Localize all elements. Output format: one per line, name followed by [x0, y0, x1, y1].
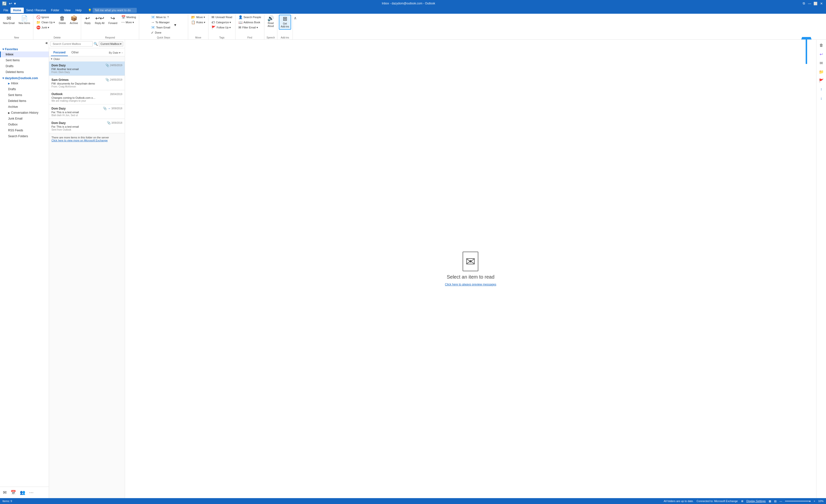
email-item-2[interactable]: Sam Grimes 📎 24/05/2019 FW: documents fo…: [49, 76, 125, 90]
reply-all-button[interactable]: ↩↩ Reply All: [93, 15, 106, 26]
maximize-button[interactable]: ⬜: [813, 1, 818, 6]
quicksteps-expand-button[interactable]: ▾: [173, 22, 178, 28]
sidebar-collapse-button[interactable]: ◀: [0, 40, 49, 46]
filter-email-button[interactable]: ✉ Filter Email ▾: [237, 25, 263, 30]
sidebar-item-inbox-fav[interactable]: Inbox: [0, 52, 49, 57]
email-item-1[interactable]: Dom Dazy 📎 24/05/2019 FW: Another test e…: [49, 62, 125, 76]
rt-flag-button[interactable]: 🚩: [818, 77, 825, 84]
read-aloud-button[interactable]: 🔊 ReadAloud: [266, 15, 276, 29]
done-button[interactable]: ✓ Done: [150, 30, 172, 35]
follow-up-button[interactable]: 🚩 Follow Up ▾: [210, 25, 234, 30]
reading-pane-empty: ✉ Select an item to read Click here to a…: [445, 252, 496, 286]
zoom-slider[interactable]: ━━━━━━━━━━━━━━●: [785, 500, 811, 503]
email-item-4[interactable]: Dom Dazy 📎 → 3/09/2018 Fw: This is a tes…: [49, 105, 125, 119]
calendar-nav-button[interactable]: 📅: [10, 489, 17, 496]
ribbon-group-addins-label: Add-ins: [277, 36, 293, 39]
more-nav-button[interactable]: ⋯: [28, 489, 35, 496]
search-people-button[interactable]: 👤 Search People: [237, 15, 263, 19]
sidebar-item-deleted[interactable]: Deleted Items: [0, 98, 49, 104]
menu-file[interactable]: File: [1, 8, 10, 13]
view-layout-1[interactable]: ▦: [769, 500, 771, 503]
window-layout-button[interactable]: ⧉: [801, 1, 807, 6]
address-book-button[interactable]: 📖 Address Book: [237, 20, 263, 25]
rt-up-button[interactable]: ↑: [818, 86, 825, 93]
sidebar-item-sent-fav[interactable]: Sent Items: [0, 57, 49, 63]
sidebar-item-drafts-fav[interactable]: Drafts: [0, 63, 49, 69]
sidebar-item-drafts[interactable]: Drafts: [0, 86, 49, 92]
tab-other[interactable]: Other: [69, 49, 81, 56]
ignore-button[interactable]: 🚫 Ignore: [35, 15, 56, 19]
rt-down-button[interactable]: ↓: [818, 94, 825, 102]
team-email-button[interactable]: 📧 Team Email: [150, 25, 172, 30]
rt-delete-button[interactable]: 🗑: [818, 42, 825, 49]
menu-help[interactable]: Help: [73, 8, 84, 13]
zoom-in-icon[interactable]: +: [814, 500, 815, 503]
view-layout-2[interactable]: ▤: [774, 500, 776, 503]
undo-icon[interactable]: ↩: [9, 1, 12, 6]
rt-folder-button[interactable]: 📁: [818, 68, 825, 75]
clean-up-button[interactable]: 📁 Clean Up ▾: [35, 20, 56, 25]
junk-button[interactable]: ⛔ Junk ▾: [35, 25, 56, 30]
forward-button[interactable]: ↪ Forward: [107, 15, 119, 26]
sidebar-item-inbox[interactable]: ▶ Inbox: [0, 80, 49, 86]
sidebar-item-sent[interactable]: Sent Items: [0, 92, 49, 98]
reply-button[interactable]: ↩ Reply: [82, 15, 93, 26]
search-input[interactable]: [51, 41, 93, 47]
sidebar-item-deleted-fav[interactable]: Deleted Items: [0, 69, 49, 75]
more-respond-button[interactable]: ⋯ More ▾: [120, 20, 137, 25]
mail-nav-button[interactable]: ✉: [2, 489, 8, 496]
rules-button[interactable]: 📋 Rules ▾: [190, 20, 207, 25]
menu-view[interactable]: View: [62, 8, 73, 13]
section-header-older[interactable]: ▾ Older: [49, 56, 125, 62]
sidebar-item-archive[interactable]: Archive: [0, 104, 49, 110]
preview-messages-link[interactable]: Click here to always preview messages: [445, 283, 496, 286]
more-items-notice: There are more items in this folder on t…: [49, 133, 125, 144]
zoom-level: 10%: [818, 500, 824, 503]
menu-folder[interactable]: Folder: [49, 8, 62, 13]
view-more-link[interactable]: Click here to view more on Microsoft Exc…: [51, 139, 108, 142]
archive-icon: 📦: [71, 16, 77, 21]
new-email-button[interactable]: ✉ New Email: [1, 15, 16, 26]
chevron-down-icon[interactable]: ▾: [14, 1, 16, 6]
new-items-button[interactable]: 📄 New Items: [17, 15, 32, 26]
minimize-button[interactable]: —: [807, 1, 812, 6]
move-to-button[interactable]: 📧 Move to: ?: [150, 15, 172, 19]
sidebar-item-rss[interactable]: RSS Feeds: [0, 127, 49, 133]
email-item-5[interactable]: Dom Dazy 📎 3/09/2018 Fw: This is a test …: [49, 119, 125, 133]
get-add-ins-button[interactable]: ⊞ GetAdd-ins: [279, 15, 291, 29]
archive-button[interactable]: 📦 Archive: [68, 15, 79, 26]
sidebar-favorites-section[interactable]: ▾ Favorites: [0, 46, 49, 52]
zoom-out-icon[interactable]: —: [779, 500, 782, 503]
sidebar-item-junk[interactable]: Junk Email: [0, 116, 49, 122]
categorize-button[interactable]: 🏷 Categorize ▾: [210, 20, 234, 25]
ribbon-collapse-button[interactable]: ∧: [294, 16, 297, 20]
tab-focused[interactable]: Focused: [51, 49, 68, 56]
rules-icon: 📋: [191, 20, 195, 24]
connection-status: Connected to: Microsoft Exchange: [697, 500, 738, 503]
close-button[interactable]: ✕: [819, 1, 824, 6]
ribbon-group-move-content: 📂 Move ▾ 📋 Rules ▾: [190, 15, 207, 40]
tell-me-input[interactable]: [93, 8, 137, 13]
meeting-button[interactable]: 📅 Meeting: [120, 15, 137, 19]
sort-order-button[interactable]: ↑: [122, 51, 123, 54]
sidebar-item-conversation[interactable]: ▶ Conversation History: [0, 110, 49, 116]
to-manager-button[interactable]: → To Manager: [150, 20, 172, 25]
unread-read-button[interactable]: ✉ Unread/ Read: [210, 15, 234, 19]
find-col: 👤 Search People 📖 Address Book ✉ Filter …: [237, 15, 263, 30]
mailbox-dropdown[interactable]: Current Mailbox ▾: [99, 42, 123, 47]
delete-button[interactable]: 🗑 Delete: [57, 15, 67, 26]
search-button[interactable]: 🔍: [94, 42, 98, 46]
filter-email-icon: ✉: [238, 25, 241, 29]
email-item-3[interactable]: Outlook 28/04/2019 Changes coming to Out…: [49, 90, 125, 104]
sidebar-item-outbox[interactable]: Outbox: [0, 122, 49, 127]
display-settings-label[interactable]: Display Settings: [746, 500, 766, 503]
rt-reply-button[interactable]: ↩: [818, 51, 825, 58]
menu-home[interactable]: Home: [10, 8, 23, 13]
rt-mail-button[interactable]: ✉: [818, 59, 825, 67]
sort-by-date-button[interactable]: By Date ▾: [109, 51, 120, 54]
move-button[interactable]: 📂 Move ▾: [190, 15, 207, 19]
people-nav-button[interactable]: 👥: [19, 489, 26, 496]
menu-send-receive[interactable]: Send / Receive: [24, 8, 49, 13]
sidebar-account-section[interactable]: ▾ dazydom@outlook.com: [0, 75, 49, 80]
sidebar-item-search-folders[interactable]: Search Folders: [0, 133, 49, 139]
